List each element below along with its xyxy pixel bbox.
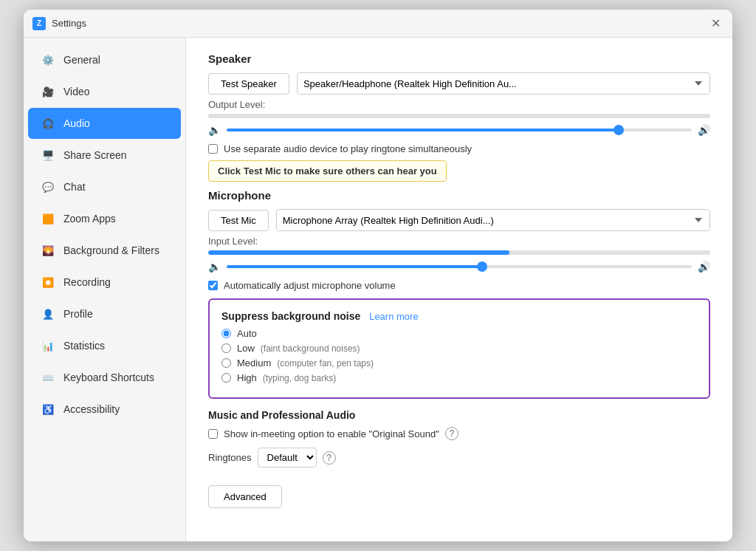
tooltip-text: Click Test Mic to make sure others can h… bbox=[218, 165, 437, 177]
speaker-volume-slider[interactable] bbox=[227, 129, 692, 131]
sidebar-label-background: Background & Filters bbox=[63, 244, 159, 256]
noise-radio-auto[interactable] bbox=[221, 329, 231, 338]
accessibility-icon: ♿ bbox=[40, 401, 56, 417]
original-sound-help-icon[interactable]: ? bbox=[445, 427, 458, 440]
ringtone-help-icon[interactable]: ? bbox=[323, 451, 336, 465]
sidebar-item-recording[interactable]: ⏺️ Recording bbox=[28, 267, 181, 298]
auto-adjust-checkbox[interactable] bbox=[208, 281, 218, 290]
sharescreen-icon: 🖥️ bbox=[40, 147, 56, 163]
statistics-icon: 📊 bbox=[40, 338, 56, 354]
profile-icon: 👤 bbox=[40, 306, 56, 322]
output-level-bar bbox=[208, 114, 710, 118]
noise-medium-label: Medium bbox=[237, 357, 271, 369]
mic-dropdown[interactable]: Microphone Array (Realtek High Definitio… bbox=[276, 209, 710, 231]
sidebar-item-video[interactable]: 🎥 Video bbox=[28, 76, 181, 107]
mic-volume-slider[interactable] bbox=[227, 265, 692, 268]
sidebar-label-video: Video bbox=[63, 86, 90, 97]
zoomapps-icon: 🟧 bbox=[40, 211, 56, 227]
audio-icon: 🎧 bbox=[40, 115, 56, 131]
video-icon: 🎥 bbox=[40, 83, 56, 100]
sidebar-item-sharescreen[interactable]: 🖥️ Share Screen bbox=[28, 140, 181, 171]
sidebar-label-recording: Recording bbox=[63, 276, 111, 288]
sidebar-label-general: General bbox=[63, 54, 100, 66]
ringtone-dropdown[interactable]: Default bbox=[258, 448, 317, 468]
speaker-controls-row: Test Speaker Speaker/Headphone (Realtek … bbox=[208, 72, 710, 95]
mic-controls-row: Test Mic Microphone Array (Realtek High … bbox=[208, 209, 710, 231]
sidebar-item-audio[interactable]: 🎧 Audio bbox=[28, 108, 181, 139]
sidebar-item-keyboard[interactable]: ⌨️ Keyboard Shortcuts bbox=[28, 362, 181, 393]
settings-window: Z Settings ✕ ⚙️ General 🎥 Video 🎧 Audio bbox=[24, 10, 732, 541]
noise-auto-label: Auto bbox=[237, 328, 257, 339]
noise-option-auto[interactable]: Auto bbox=[221, 328, 697, 339]
original-sound-checkbox[interactable] bbox=[208, 429, 218, 439]
input-level-fill bbox=[208, 250, 509, 255]
output-level-label: Output Level: bbox=[208, 99, 710, 110]
main-panel: Speaker Test Speaker Speaker/Headphone (… bbox=[186, 38, 732, 541]
sidebar-item-zoomapps[interactable]: 🟧 Zoom Apps bbox=[28, 203, 181, 234]
noise-option-medium[interactable]: Medium (computer fan, pen taps) bbox=[221, 357, 697, 369]
test-mic-button[interactable]: Test Mic bbox=[208, 210, 269, 231]
noise-low-desc: (faint background noises) bbox=[261, 343, 360, 354]
ringtone-row: Ringtones Default ? bbox=[208, 448, 710, 468]
speaker-dropdown[interactable]: Speaker/Headphone (Realtek High Definiti… bbox=[297, 72, 710, 95]
sidebar-label-profile: Profile bbox=[63, 308, 93, 320]
sidebar-label-accessibility: Accessibility bbox=[63, 403, 120, 415]
noise-medium-desc: (computer fan, pen taps) bbox=[277, 358, 374, 369]
auto-adjust-row: Automatically adjust microphone volume bbox=[208, 280, 710, 291]
sidebar-label-zoomapps: Zoom Apps bbox=[63, 213, 116, 225]
music-section-title: Music and Professional Audio bbox=[208, 409, 710, 421]
mic-volume-high-icon: 🔊 bbox=[698, 261, 710, 273]
speaker-volume-low-icon: 🔈 bbox=[208, 124, 221, 136]
app-icon: Z bbox=[32, 17, 46, 30]
suppress-title: Suppress background noise Learn more bbox=[221, 310, 697, 322]
sidebar-label-keyboard: Keyboard Shortcuts bbox=[63, 372, 154, 383]
separate-audio-row: Use separate audio device to play ringto… bbox=[208, 143, 710, 154]
input-level-label: Input Level: bbox=[208, 236, 710, 247]
test-speaker-button[interactable]: Test Speaker bbox=[208, 73, 289, 95]
window-title: Settings bbox=[52, 18, 707, 29]
sidebar-item-statistics[interactable]: 📊 Statistics bbox=[28, 330, 181, 361]
sidebar-label-audio: Audio bbox=[63, 117, 90, 129]
sidebar-label-statistics: Statistics bbox=[63, 340, 105, 352]
ringtone-label: Ringtones bbox=[208, 452, 252, 463]
separate-audio-checkbox[interactable] bbox=[208, 144, 218, 154]
speaker-section-title: Speaker bbox=[208, 52, 710, 65]
microphone-section-title: Microphone bbox=[208, 189, 710, 202]
content-area: ⚙️ General 🎥 Video 🎧 Audio 🖥️ Share Scre… bbox=[24, 38, 732, 541]
noise-low-label: Low bbox=[237, 343, 255, 354]
auto-adjust-label: Automatically adjust microphone volume bbox=[224, 280, 396, 291]
noise-high-desc: (typing, dog barks) bbox=[263, 373, 336, 383]
sidebar-item-accessibility[interactable]: ♿ Accessibility bbox=[28, 394, 181, 425]
noise-radio-low[interactable] bbox=[221, 343, 231, 353]
noise-option-low[interactable]: Low (faint background noises) bbox=[221, 343, 697, 354]
noise-high-label: High bbox=[237, 372, 257, 383]
sidebar-item-background[interactable]: 🌄 Background & Filters bbox=[28, 235, 181, 266]
title-bar: Z Settings ✕ bbox=[24, 10, 732, 38]
learn-more-link[interactable]: Learn more bbox=[369, 311, 418, 322]
mic-volume-low-icon: 🔈 bbox=[208, 261, 221, 273]
background-icon: 🌄 bbox=[40, 242, 56, 259]
noise-radio-medium[interactable] bbox=[221, 358, 231, 368]
recording-icon: ⏺️ bbox=[40, 274, 56, 290]
sidebar-label-sharescreen: Share Screen bbox=[63, 149, 127, 161]
noise-radio-high[interactable] bbox=[221, 373, 231, 383]
tooltip-box: Click Test Mic to make sure others can h… bbox=[208, 160, 447, 182]
sidebar-item-profile[interactable]: 👤 Profile bbox=[28, 298, 181, 329]
general-icon: ⚙️ bbox=[40, 52, 56, 68]
suppress-noise-box: Suppress background noise Learn more Aut… bbox=[208, 298, 710, 399]
sidebar: ⚙️ General 🎥 Video 🎧 Audio 🖥️ Share Scre… bbox=[24, 38, 186, 541]
sidebar-item-chat[interactable]: 💬 Chat bbox=[28, 171, 181, 202]
advanced-button[interactable]: Advanced bbox=[208, 485, 282, 508]
chat-icon: 💬 bbox=[40, 179, 56, 195]
speaker-volume-high-icon: 🔊 bbox=[698, 124, 710, 136]
separate-audio-label: Use separate audio device to play ringto… bbox=[224, 143, 472, 154]
close-button[interactable]: ✕ bbox=[707, 16, 724, 32]
original-sound-label: Show in-meeting option to enable "Origin… bbox=[224, 428, 439, 439]
input-level-bar bbox=[208, 250, 710, 255]
original-sound-row: Show in-meeting option to enable "Origin… bbox=[208, 427, 710, 440]
noise-option-high[interactable]: High (typing, dog barks) bbox=[221, 372, 697, 383]
sidebar-item-general[interactable]: ⚙️ General bbox=[28, 44, 181, 75]
mic-volume-row: 🔈 🔊 bbox=[208, 261, 710, 273]
speaker-volume-row: 🔈 🔊 bbox=[208, 124, 710, 136]
sidebar-label-chat: Chat bbox=[63, 181, 86, 193]
